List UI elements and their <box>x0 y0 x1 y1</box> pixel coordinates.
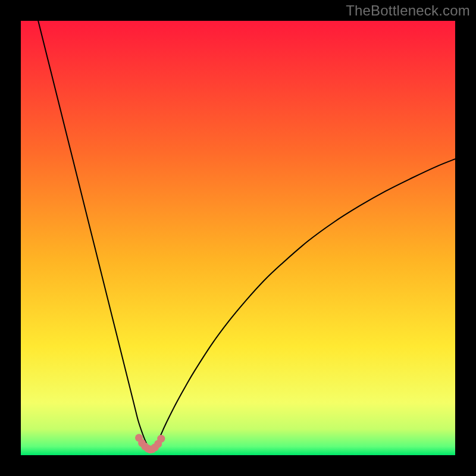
curve-layer <box>21 21 455 455</box>
marker-dot <box>157 435 165 443</box>
plot-area <box>21 21 455 455</box>
chart-frame: TheBottleneck.com <box>0 0 476 476</box>
bottleneck-markers <box>135 434 165 453</box>
attribution-text: TheBottleneck.com <box>346 2 470 19</box>
bottleneck-curve <box>38 21 455 451</box>
